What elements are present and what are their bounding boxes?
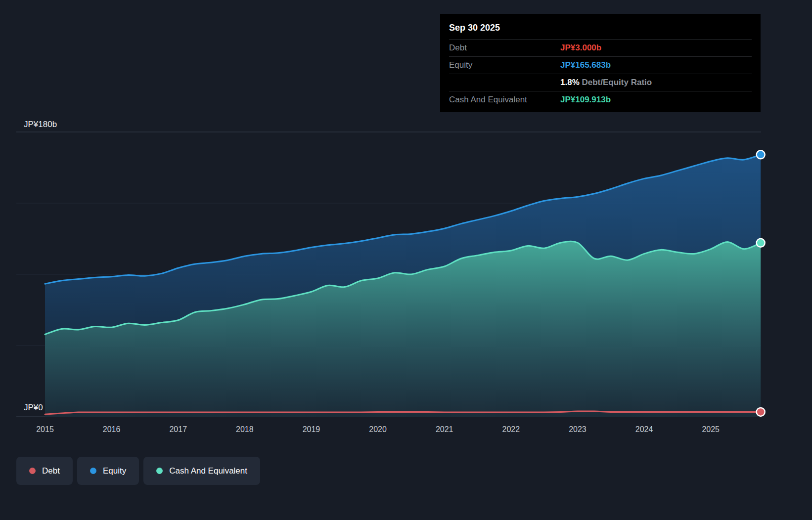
tooltip-equity-row: Equity JP¥165.683b [449,56,752,74]
tooltip-debt-value: JP¥3.000b [560,43,601,53]
legend-item-cash[interactable]: Cash And Equivalent [143,457,260,485]
x-tick-2023: 2023 [569,425,586,434]
x-tick-2016: 2016 [103,425,121,434]
legend-debt-label: Debt [42,466,60,476]
legend-item-debt[interactable]: Debt [16,457,73,485]
tooltip-debt-label: Debt [449,43,560,53]
x-tick-2020: 2020 [369,425,387,434]
tooltip-debt-row: Debt JP¥3.000b [449,39,752,56]
tooltip-equity-label: Equity [449,60,560,70]
debt-series-dot-icon [29,468,36,474]
x-tick-2015: 2015 [36,425,54,434]
cash-series-dot-icon [156,468,163,474]
legend: Debt Equity Cash And Equivalent [16,457,260,485]
legend-equity-label: Equity [103,466,126,476]
chart-canvas: JP¥180b JP¥0 201520162017201820192020202… [0,0,812,520]
x-tick-2025: 2025 [702,425,720,434]
tooltip-ratio-value: 1.8% [560,78,580,87]
tooltip-ratio-row: 1.8% Debt/Equity Ratio [449,74,752,91]
legend-item-equity[interactable]: Equity [77,457,139,485]
x-tick-2024: 2024 [635,425,653,434]
tooltip-cash-row: Cash And Equivalent JP¥109.913b [449,91,752,108]
tooltip-cash-value: JP¥109.913b [560,95,611,105]
tooltip-ratio-label: Debt/Equity Ratio [582,78,652,87]
tooltip-equity-value: JP¥165.683b [560,60,611,70]
chart-tooltip: Sep 30 2025 Debt JP¥3.000b Equity JP¥165… [440,14,761,112]
x-tick-2019: 2019 [303,425,320,434]
x-tick-2022: 2022 [502,425,520,434]
legend-cash-label: Cash And Equivalent [169,466,247,476]
equity-series-dot-icon [90,468,96,474]
x-tick-2021: 2021 [436,425,453,434]
tooltip-date: Sep 30 2025 [449,21,752,39]
tooltip-ratio: 1.8% Debt/Equity Ratio [560,78,652,87]
tooltip-cash-label: Cash And Equivalent [449,95,560,105]
x-tick-2018: 2018 [236,425,254,434]
x-tick-2017: 2017 [169,425,187,434]
y-axis-label-top: JP¥180b [24,120,57,130]
y-axis-label-zero: JP¥0 [24,403,43,413]
